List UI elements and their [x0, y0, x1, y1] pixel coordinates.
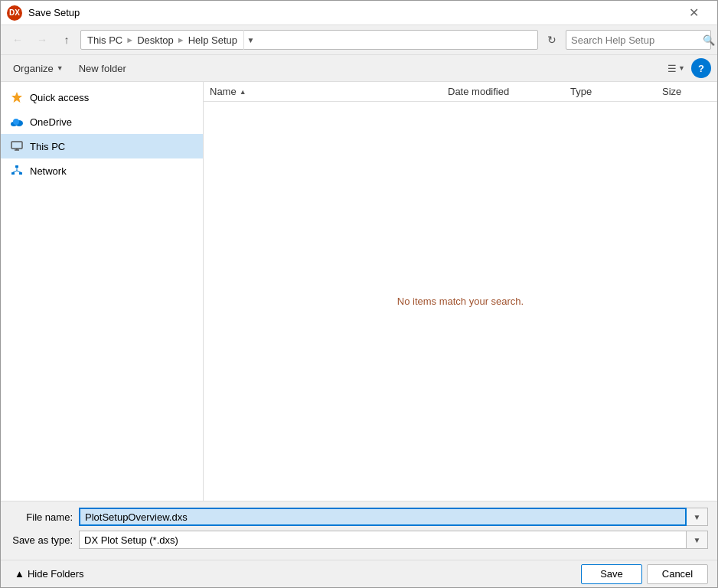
refresh-button[interactable]: ↻	[541, 30, 563, 50]
view-list-icon: ☰	[667, 63, 677, 74]
file-area: Name ▲ Date modified Type Size No items …	[204, 82, 717, 501]
column-headers: Name ▲ Date modified Type Size	[204, 82, 717, 102]
file-name-dropdown-button[interactable]: ▼	[687, 508, 708, 526]
col-type-label: Type	[570, 86, 592, 97]
close-button[interactable]: ✕	[676, 1, 711, 25]
new-folder-label: New folder	[79, 63, 126, 74]
sidebar-item-label: Network	[30, 165, 67, 177]
file-name-input-wrap: ▼	[79, 508, 708, 526]
svg-line-12	[17, 171, 21, 172]
col-name-label: Name	[210, 86, 237, 97]
search-input[interactable]	[571, 34, 700, 46]
breadcrumb: This PC ► Desktop ► Help Setup	[87, 34, 237, 46]
title-bar: DX Save Setup ✕	[1, 1, 717, 25]
app-icon: DX	[7, 5, 22, 21]
col-date-label: Date modified	[448, 86, 509, 97]
address-dropdown-arrow[interactable]: ▼	[243, 30, 257, 50]
file-name-input[interactable]	[79, 508, 687, 526]
network-icon	[10, 164, 24, 178]
empty-message: No items match your search.	[397, 296, 524, 307]
status-bar: ▲ Hide Folders Save Cancel	[1, 560, 717, 587]
sidebar-item-label: OneDrive	[30, 116, 72, 128]
dialog-title: Save Setup	[28, 7, 670, 18]
organize-button[interactable]: Organize ▼	[7, 58, 70, 78]
col-name-header[interactable]: Name ▲	[204, 83, 442, 100]
address-bar[interactable]: This PC ► Desktop ► Help Setup ▼	[80, 30, 538, 50]
col-size-label: Size	[662, 86, 681, 97]
organize-dropdown-icon: ▼	[57, 64, 64, 72]
save-as-dropdown-icon: ▼	[687, 531, 708, 549]
col-date-header[interactable]: Date modified	[442, 83, 564, 100]
file-name-row: File name: ▼	[10, 508, 708, 526]
save-button[interactable]: Save	[581, 564, 642, 584]
search-icon: 🔍	[703, 34, 715, 46]
save-dialog: DX Save Setup ✕ ← → ↑ This PC ► Desktop …	[0, 0, 718, 588]
sidebar-item-label: This PC	[30, 141, 65, 152]
svg-rect-8	[11, 172, 15, 175]
star-icon	[10, 90, 24, 104]
file-list-area: No items match your search.	[204, 102, 717, 501]
search-box[interactable]: 🔍	[566, 30, 711, 50]
chevron-down-icon: ▲	[15, 568, 24, 580]
organize-label: Organize	[13, 63, 54, 74]
sort-arrow-icon: ▲	[240, 88, 246, 96]
up-button[interactable]: ↑	[56, 30, 77, 50]
view-dropdown-icon: ▼	[678, 64, 685, 72]
save-as-select[interactable]: DX Plot Setup (*.dxs)	[79, 531, 687, 549]
sidebar-item-network[interactable]: Network	[1, 158, 203, 183]
breadcrumb-this-pc: This PC	[87, 34, 122, 46]
col-type-header[interactable]: Type	[564, 83, 656, 100]
bottom-bar: File name: ▼ Save as type: DX Plot Setup…	[1, 501, 717, 560]
svg-rect-4	[11, 142, 22, 149]
pc-icon	[10, 139, 24, 153]
sidebar-item-label: Quick access	[30, 92, 89, 103]
main-content: Quick access OneDrive This PC	[1, 82, 717, 501]
sidebar-item-onedrive[interactable]: OneDrive	[1, 109, 203, 134]
new-folder-button[interactable]: New folder	[73, 58, 132, 78]
help-button[interactable]: ?	[691, 58, 711, 78]
col-size-header[interactable]: Size	[656, 83, 717, 100]
breadcrumb-desktop: Desktop	[137, 34, 174, 46]
svg-line-11	[13, 171, 17, 172]
dialog-actions: Save Cancel	[581, 564, 708, 584]
sidebar-item-this-pc[interactable]: This PC	[1, 134, 203, 158]
forward-button[interactable]: →	[31, 30, 53, 50]
file-name-label: File name:	[10, 511, 79, 523]
cancel-button[interactable]: Cancel	[647, 564, 708, 584]
save-as-select-wrap: DX Plot Setup (*.dxs) ▼	[79, 531, 708, 549]
save-as-label: Save as type:	[10, 534, 79, 546]
toolbar-row: Organize ▼ New folder ☰ ▼ ?	[1, 55, 717, 82]
svg-point-3	[13, 119, 19, 125]
view-toggle-button[interactable]: ☰ ▼	[664, 58, 688, 78]
back-button[interactable]: ←	[7, 30, 28, 50]
save-as-row: Save as type: DX Plot Setup (*.dxs) ▼	[10, 531, 708, 549]
svg-rect-9	[19, 172, 22, 175]
sidebar: Quick access OneDrive This PC	[1, 82, 204, 501]
svg-marker-0	[11, 92, 22, 103]
hide-folders-button[interactable]: ▲ Hide Folders	[10, 565, 89, 583]
breadcrumb-help-setup: Help Setup	[188, 34, 237, 46]
svg-rect-7	[15, 165, 18, 168]
cloud-icon	[10, 115, 24, 129]
sidebar-item-quick-access[interactable]: Quick access	[1, 85, 203, 109]
address-bar-row: ← → ↑ This PC ► Desktop ► Help Setup ▼ ↻…	[1, 25, 717, 55]
hide-folders-label: Hide Folders	[28, 568, 84, 580]
